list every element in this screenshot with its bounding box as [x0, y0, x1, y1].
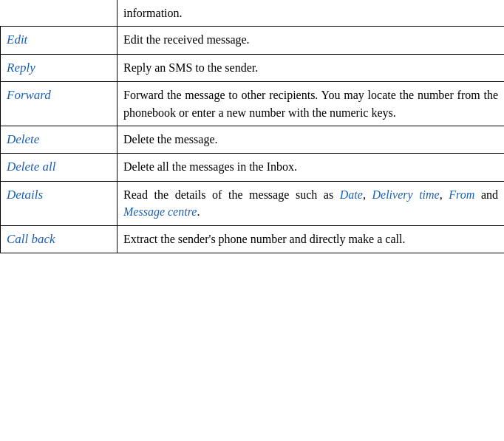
label-edit: Edit	[1, 27, 118, 55]
table-row-edit: Edit Edit the received message.	[1, 27, 505, 55]
label-cell-empty	[1, 0, 118, 27]
table-row-delete: Delete Delete the message.	[1, 126, 505, 154]
inline-from: From	[449, 188, 474, 201]
desc-edit: Edit the received message.	[118, 27, 505, 55]
desc-cell-information: information.	[118, 0, 505, 27]
desc-delete: Delete the message.	[118, 126, 505, 154]
table-row-details: Details Read the details of the message …	[1, 182, 505, 225]
table-row-reply: Reply Reply an SMS to the sender.	[1, 54, 505, 82]
desc-delete-all: Delete all the messages in the Inbox.	[118, 154, 505, 182]
label-details: Details	[1, 182, 118, 225]
desc-forward: Forward the message to other recipients.…	[118, 82, 505, 126]
label-call-back: Call back	[1, 225, 118, 253]
table-row-delete-all: Delete all Delete all the messages in th…	[1, 154, 505, 182]
desc-reply: Reply an SMS to the sender.	[118, 54, 505, 82]
label-forward: Forward	[1, 82, 118, 126]
table-row-forward: Forward Forward the message to other rec…	[1, 82, 505, 126]
desc-call-back: Extract the sender's phone number and di…	[118, 225, 505, 253]
desc-details: Read the details of the message such as …	[118, 182, 505, 225]
label-reply: Reply	[1, 54, 118, 82]
inline-delivery-time: Delivery time	[372, 188, 439, 201]
label-delete: Delete	[1, 126, 118, 154]
table-row-information-partial: information.	[1, 0, 505, 27]
inline-message-centre: Message centre	[123, 205, 197, 218]
inline-date: Date	[340, 188, 363, 201]
label-delete-all: Delete all	[1, 154, 118, 182]
table-row-call-back: Call back Extract the sender's phone num…	[1, 225, 505, 253]
